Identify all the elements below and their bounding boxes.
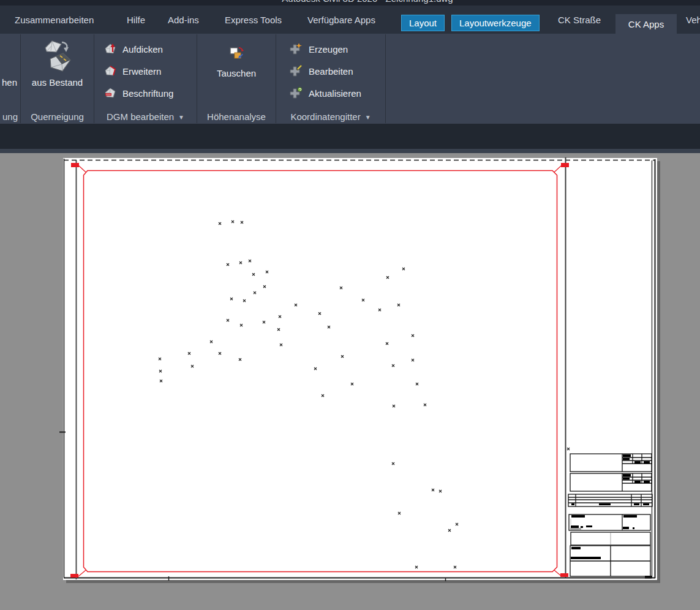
aus-bestand-button[interactable]: aus Bestand <box>23 39 92 88</box>
window-title: Autodesk Civil 3D 2020 - Zeichnung1.dwg <box>239 0 496 4</box>
tauschen-label: Tauschen <box>217 68 256 78</box>
tab-ck-apps[interactable]: CK Apps <box>615 14 677 34</box>
panel-label-clipped[interactable]: ung <box>0 109 20 124</box>
tab-zusammenarbeiten[interactable]: Zusammenarbeiten <box>15 6 94 34</box>
bearbeiten-button[interactable]: Bearbeiten <box>289 60 353 82</box>
panel-label-dgm-bearbeiten[interactable]: DGM bearbeiten ▼ <box>94 109 197 124</box>
ribbon-tab-bar: Zusammenarbeiten Hilfe Add-ins Express T… <box>0 6 700 34</box>
grid-edit-icon <box>289 65 303 77</box>
tab-layoutwerkzeuge[interactable]: Layoutwerkzeuge <box>451 15 540 31</box>
surface-label-icon <box>104 87 116 99</box>
aktualisieren-button[interactable]: Aktualisieren <box>289 82 361 104</box>
beschriftung-button[interactable]: Beschriftung <box>104 82 173 104</box>
surface-from-existing-icon <box>43 39 72 73</box>
dropdown-arrow-icon: ▼ <box>178 114 184 121</box>
title-bar: Autodesk Civil 3D 2020 - Zeichnung1.dwg <box>0 0 700 6</box>
canvas-top-band <box>0 149 700 153</box>
erweitern-button[interactable]: Erweitern <box>104 60 161 82</box>
tab-layout[interactable]: Layout <box>401 15 445 31</box>
panel-label-querneigung[interactable]: Querneigung <box>21 109 94 124</box>
tab-express-tools[interactable]: Express Tools <box>225 6 282 34</box>
tab-add-ins[interactable]: Add-ins <box>168 6 199 34</box>
dropdown-arrow-icon: ▼ <box>365 114 371 121</box>
surface-thicken-icon <box>104 43 116 55</box>
ribbon: hen ung aus Bestand Querneigung Auf <box>0 34 700 124</box>
tab-hilfe[interactable]: Hilfe <box>127 6 145 34</box>
aufdicken-button[interactable]: Aufdicken <box>104 38 163 60</box>
layout-paper-sheet[interactable] <box>63 158 657 580</box>
swap-icon <box>229 46 244 61</box>
tab-verfuegbare-apps[interactable]: Verfügbare Apps <box>307 6 375 34</box>
ribbon-lower-strip <box>0 124 700 149</box>
clipped-ribbon-button[interactable]: hen <box>0 77 17 88</box>
tauschen-button[interactable]: Tauschen <box>202 46 271 78</box>
panel-label-koordinatengitter[interactable]: Koordinatengitter ▼ <box>276 109 385 124</box>
panel-divider <box>385 34 386 123</box>
surface-extend-icon <box>104 65 116 77</box>
grid-update-icon <box>289 87 303 99</box>
aus-bestand-label: aus Bestand <box>32 77 83 88</box>
grid-create-icon <box>289 43 303 55</box>
erzeugen-button[interactable]: Erzeugen <box>289 38 348 60</box>
tab-vehicle-clipped[interactable]: Veh <box>686 6 700 34</box>
tab-ck-strasse[interactable]: CK Straße <box>558 6 601 34</box>
panel-label-hoehenanalyse[interactable]: Höhenanalyse <box>197 109 276 124</box>
